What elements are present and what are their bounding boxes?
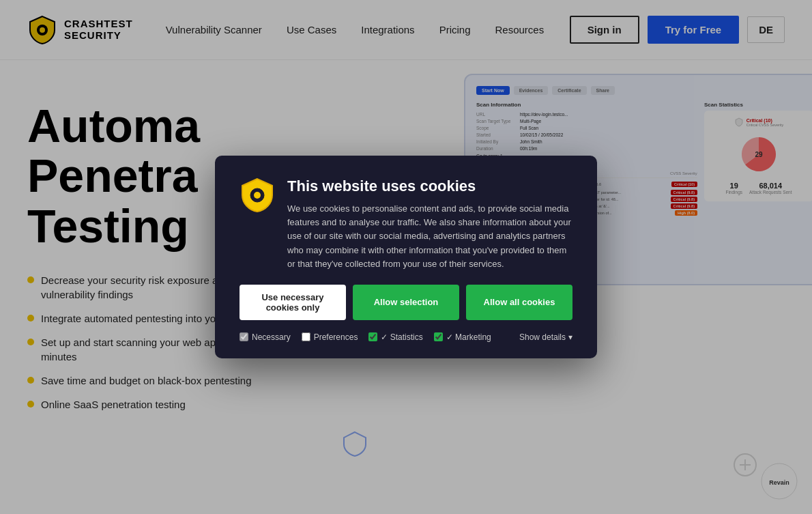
cookie-overlay: This website uses cookies We use cookies… (0, 0, 812, 514)
preferences-label: Preferences (314, 332, 358, 342)
necessary-label: Necessary (252, 332, 291, 342)
cookie-options: Necessary Preferences ✓ Statistics ✓ Mar… (240, 332, 572, 342)
cookie-option-preferences[interactable]: Preferences (302, 332, 358, 342)
allow-all-cookies-button[interactable]: Allow all cookies (466, 285, 572, 320)
marketing-label: ✓ Marketing (446, 332, 491, 342)
allow-selection-button[interactable]: Allow selection (353, 285, 459, 320)
cookie-option-necessary[interactable]: Necessary (240, 332, 291, 342)
necessary-checkbox[interactable] (240, 332, 248, 341)
statistics-checkbox[interactable] (368, 332, 377, 341)
chevron-down-icon: ▾ (568, 332, 572, 342)
cookie-option-marketing[interactable]: ✓ Marketing (434, 332, 491, 342)
preferences-checkbox[interactable] (302, 332, 310, 341)
show-details-button[interactable]: Show details ▾ (519, 332, 572, 342)
cookie-buttons: Use necessary cookies only Allow selecti… (240, 285, 572, 320)
necessary-cookies-button[interactable]: Use necessary cookies only (240, 285, 346, 320)
cookie-header: This website uses cookies We use cookies… (240, 177, 572, 271)
cookie-shield-icon (240, 177, 275, 213)
cookie-description: We use cookies to personalise content an… (287, 202, 572, 271)
marketing-checkbox[interactable] (434, 332, 443, 341)
cookie-option-statistics[interactable]: ✓ Statistics (368, 332, 422, 342)
svg-point-8 (254, 192, 261, 199)
cookie-title: This website uses cookies (287, 177, 572, 195)
cookie-modal: This website uses cookies We use cookies… (215, 156, 597, 358)
statistics-label: ✓ Statistics (381, 332, 422, 342)
